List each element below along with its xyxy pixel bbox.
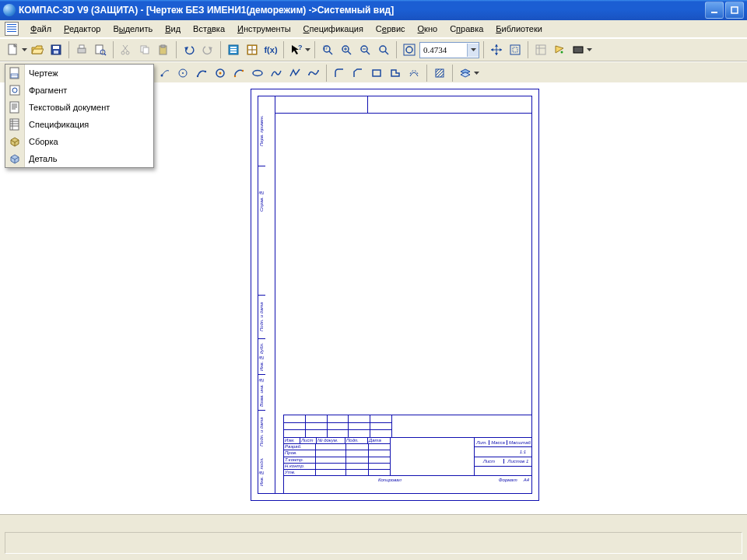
menu-file[interactable]: Файл [25,22,57,36]
svg-rect-42 [510,45,520,54]
svg-rect-48 [573,47,583,53]
svg-line-63 [436,69,439,72]
new-drawing-item[interactable]: Чертеж [5,65,153,82]
manager-button[interactable] [225,41,242,58]
new-assembly-item[interactable]: Сборка [5,133,153,150]
sidecell-c: Подп. и дата [258,295,265,338]
menu-window-label: кно [424,24,437,33]
part-icon [9,152,21,165]
svg-rect-16 [161,45,165,47]
new-textdoc-item[interactable]: Текстовый документ [5,99,153,116]
new-doc-button[interactable] [5,41,22,58]
stamp-format-label: Формат [496,478,521,482]
svg-line-37 [385,51,388,54]
display-mode-dropdown[interactable] [587,41,592,58]
print-button[interactable] [73,41,90,58]
display-mode-button[interactable] [570,41,587,58]
sidecell-g: Инв. № подл. [258,453,265,491]
zoom-value-combo[interactable] [419,42,479,58]
hatch-tool[interactable] [431,65,448,82]
open-button[interactable] [29,41,46,58]
chamfer-tool[interactable] [349,65,366,82]
zoom-value-input[interactable] [420,44,467,57]
zoom-out-button[interactable] [356,41,374,58]
save-button[interactable] [47,41,65,58]
zoom-value-dropdown[interactable] [467,44,479,57]
polyline-tool[interactable] [286,65,303,82]
new-spec-label: Спецификация [29,120,89,129]
fillet-tool[interactable] [331,65,348,82]
cursor-help-dropdown[interactable] [305,41,310,58]
svg-point-56 [234,75,236,77]
maximize-button[interactable] [725,2,744,19]
spline-tool[interactable] [268,65,285,82]
svg-line-66 [440,74,444,77]
layers-button[interactable] [457,65,474,82]
zoom-fit-button[interactable] [401,41,418,58]
minimize-button[interactable] [705,2,724,19]
svg-point-60 [317,70,319,72]
paste-button[interactable] [155,41,172,58]
zoom-prev-button[interactable] [507,41,524,58]
svg-rect-81 [10,119,19,130]
redraw-button[interactable] [532,41,549,58]
fx-button[interactable]: f(x) [262,41,279,58]
svg-point-47 [561,51,563,54]
spec-icon [9,118,21,131]
sidecell-d: Инв. № дубл. [258,338,265,374]
svg-rect-0 [711,12,717,13]
copy-button[interactable] [136,41,153,58]
aux-line-tool[interactable] [174,65,191,82]
zoom-window-button[interactable] [319,41,336,58]
new-doc-dropdown[interactable] [22,41,27,58]
zoom-realtime-button[interactable] [375,41,392,58]
menu-help[interactable]: Справка [444,22,489,36]
redo-button[interactable] [199,41,216,58]
ellipse-tool[interactable] [249,65,266,82]
rect-tool[interactable] [305,65,322,82]
zoom-in-button[interactable] [338,41,355,58]
contour-tool[interactable] [387,65,404,82]
new-fragment-item[interactable]: Фрагмент [5,82,153,99]
svg-point-36 [380,46,386,52]
new-spec-item[interactable]: Спецификация [5,116,153,133]
new-assembly-label: Сборка [29,137,58,146]
menu-edit[interactable]: Редактор [58,22,106,36]
stamp-kopiroval: Копировал [375,478,405,482]
svg-rect-8 [96,45,103,54]
menu-libs[interactable]: Библиотеки [490,22,548,36]
menu-window[interactable]: Окно [412,22,444,36]
svg-rect-19 [230,49,237,51]
menu-spec[interactable]: Спецификация [298,22,369,36]
layers-dropdown[interactable] [474,65,479,82]
mdi-doc-icon[interactable] [5,22,19,36]
svg-rect-44 [536,45,545,54]
menu-service[interactable]: Сервис [370,22,411,36]
menu-view[interactable]: Вид [160,22,186,36]
pan-button[interactable] [488,41,505,58]
undo-button[interactable] [181,41,198,58]
svg-text:?: ? [298,44,303,51]
rectangle-tool[interactable] [368,65,385,82]
circle-tool[interactable] [212,65,229,82]
cut-button[interactable] [117,41,135,58]
print-preview-button[interactable] [92,41,109,58]
svg-point-53 [205,71,206,72]
menu-select[interactable]: Выделить [107,22,158,36]
menu-select-label: делить [125,24,153,33]
stamp-format-value: A4 [521,478,532,482]
refresh-button[interactable] [551,41,568,58]
menu-tools[interactable]: Инструменты [232,22,296,36]
svg-rect-5 [54,51,58,54]
new-part-item[interactable]: Деталь [5,150,153,167]
svg-line-65 [437,71,444,77]
variables-button[interactable] [244,41,261,58]
equid-tool[interactable] [405,65,423,82]
line-tool[interactable] [193,65,210,82]
arc-tool[interactable] [230,65,247,82]
menu-spec-label: пецификация [310,24,363,33]
new-textdoc-label: Текстовый документ [29,103,110,112]
menu-insert[interactable]: Вставка [188,22,230,36]
cursor-help-button[interactable]: ? [288,41,305,58]
point-tool[interactable] [156,65,173,82]
